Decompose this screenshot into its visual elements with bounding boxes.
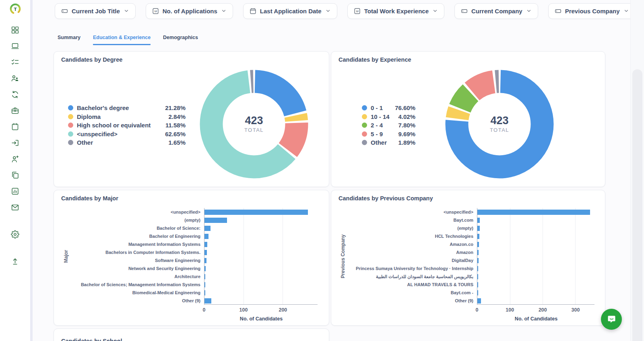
legend-value: 1.65% [168,139,186,146]
total-count: 423 [244,115,264,126]
bar[interactable] [204,258,206,263]
bar[interactable] [204,282,205,287]
bar-category-label: Bachelor of Science: [61,224,204,232]
bar[interactable] [477,258,479,263]
bar[interactable] [204,218,227,223]
bar[interactable] [204,266,206,271]
app-logo[interactable]: T [9,2,22,15]
bar[interactable] [204,250,207,255]
bar[interactable] [477,234,479,239]
total-label: TOTAL [490,127,509,133]
upload-icon[interactable] [11,257,19,266]
legend-item[interactable]: Bachelor's degree21.28% [68,104,186,112]
bar[interactable] [477,242,479,247]
legend-label: 2 - 4 [371,122,383,129]
tasks-icon[interactable] [11,58,19,67]
bar-category-label: (empty) [61,216,204,224]
legend-label: High school or equivalent [77,122,151,129]
bar[interactable] [204,242,207,247]
bar[interactable] [477,266,478,271]
add-user-icon[interactable] [11,155,19,163]
legend-item[interactable]: Other1.89% [362,138,415,147]
bar-category-label: Bachelor of Engineering [61,232,204,240]
legend-value: 21.28% [165,104,186,111]
bar[interactable] [477,290,478,295]
legend-dot [362,105,367,110]
chevron-down-icon [432,7,438,15]
total-label: TOTAL [244,127,264,133]
degree-legend: Bachelor's degree21.28%Diploma2.84%High … [68,104,186,147]
legend-item[interactable]: 2 - 47.80% [362,121,415,130]
calendar-icon [250,8,256,15]
bar[interactable] [204,226,211,231]
bar-category-label: (empty) [339,224,477,232]
reports-icon[interactable] [11,187,19,195]
bar-category-label: Biomedical-Medical Engineering [61,289,204,297]
bar[interactable] [204,274,205,279]
legend-value: 62.65% [165,131,186,137]
settings-gear-icon[interactable] [11,230,19,239]
x-tick-label: 0 [476,307,479,313]
tab-education-experience[interactable]: Education & Experience [93,35,151,45]
bar[interactable] [477,250,479,255]
legend-item[interactable]: <unspecified>62.65% [68,130,186,139]
legend-item[interactable]: High school or equivalent11.58% [68,121,186,130]
bar-plot [477,208,594,305]
bar[interactable] [477,282,478,287]
chevron-down-icon [526,7,532,15]
tag-icon [61,8,68,15]
devices-icon[interactable] [11,42,19,50]
bar-category-label: Amazon.co [339,240,477,248]
scrollbar-track[interactable] [630,0,644,341]
sign-in-icon[interactable] [11,139,19,147]
bar[interactable] [204,290,205,295]
bar-category-label: Amazon [339,248,477,256]
legend-item[interactable]: Diploma2.84% [68,112,186,121]
gridline [510,208,510,304]
legend-item[interactable]: Other1.65% [68,138,186,147]
filter-total-work-experience[interactable]: 12 Total Work Experience [347,3,444,19]
bar[interactable] [477,298,481,304]
gridline [543,208,543,304]
tab-demographics[interactable]: Demographics [163,35,198,45]
total-count: 423 [490,115,509,126]
legend-label: Bachelor's degree [77,104,129,111]
filter-current-job-title[interactable]: Current Job Title [55,3,136,19]
filter-last-application-date[interactable]: Last Application Date [243,3,337,19]
bar[interactable] [477,210,590,215]
gridline [575,208,576,304]
mail-icon[interactable] [11,203,19,212]
dashboard-icon[interactable] [11,26,19,34]
sidebar-divider [30,0,33,341]
legend-label: 5 - 9 [371,131,383,137]
chat-launcher-button[interactable] [601,309,622,330]
legend-item[interactable]: 10 - 144.02% [362,112,415,121]
donut-center: 423 TOTAL [490,115,509,133]
tag-icon [555,8,561,15]
scrollbar-thumb[interactable] [632,69,642,341]
tab-summary[interactable]: Summary [58,35,80,45]
bar-category-label: Bayt.com - [339,289,477,297]
tag-icon [461,8,468,15]
legend-dot [362,123,367,128]
card-candidates-by-major: Candidates by Major Major <unspecified>(… [54,190,329,326]
bar[interactable] [204,298,211,304]
filter-current-company[interactable]: Current Company [454,3,538,19]
bar[interactable] [477,226,480,231]
candidates-icon[interactable] [11,74,19,83]
filter-previous-company[interactable]: Previous Company [548,3,636,19]
jobs-briefcase-icon[interactable] [11,106,19,115]
bar[interactable] [204,234,208,239]
legend-item[interactable]: 0 - 176.60% [362,104,415,112]
documents-icon[interactable] [11,171,19,179]
bar[interactable] [477,218,480,223]
calendar-icon[interactable] [11,123,19,131]
filter-no-of-applications[interactable]: 12 No. of Applications [146,3,233,19]
legend-item[interactable]: 5 - 99.69% [362,130,415,139]
bar-category-label: Management Information Systems [61,240,204,248]
x-tick-label: 300 [572,307,580,313]
legend-value: 11.58% [165,122,186,129]
bar[interactable] [477,274,478,279]
bar[interactable] [204,210,308,215]
sync-icon[interactable] [11,90,19,99]
